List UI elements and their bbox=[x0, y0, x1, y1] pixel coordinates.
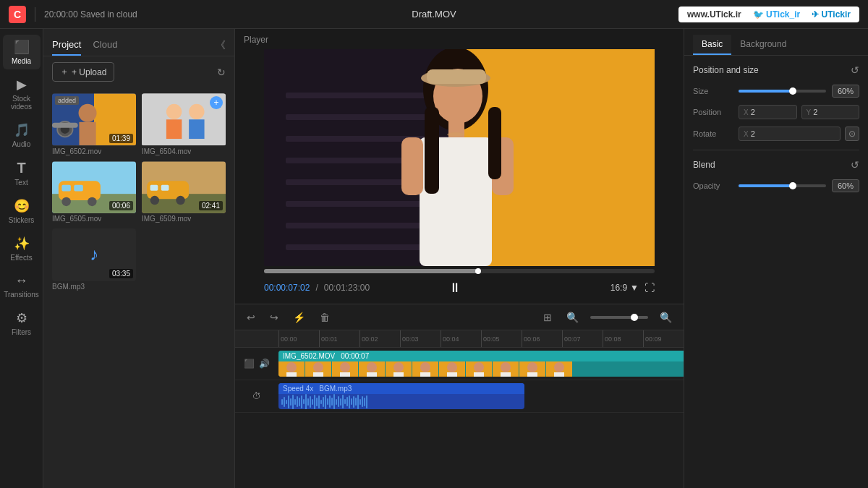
media-item-4[interactable]: 02:41 bbox=[142, 161, 226, 214]
sidebar-item-effects[interactable]: ✨ Effects bbox=[3, 231, 41, 266]
tab-project[interactable]: Project bbox=[52, 35, 81, 56]
waveform-bar bbox=[357, 395, 359, 409]
player-controls: 00:00:07:02 / 00:01:23:00 ⏸ 16:9 ▼ ⛶ bbox=[264, 278, 655, 298]
svg-rect-63 bbox=[393, 372, 404, 377]
zoom-in-button[interactable]: 🔍 bbox=[657, 309, 675, 326]
collapse-panel-btn[interactable]: 《 bbox=[216, 39, 226, 52]
main-area: ⬛ Media ▶ Stock videos 🎵 Audio T Text 😊 … bbox=[0, 29, 868, 488]
split-button[interactable]: ⚡ bbox=[290, 309, 308, 326]
position-y-label: Y bbox=[807, 108, 812, 116]
redo-button[interactable]: ↪ bbox=[267, 309, 281, 326]
position-y-input[interactable]: Y 2 bbox=[801, 105, 860, 119]
rotate-x-input[interactable]: X 2 bbox=[739, 127, 841, 141]
size-slider[interactable] bbox=[739, 90, 826, 93]
svg-rect-81 bbox=[554, 372, 564, 377]
stock-icon: ▶ bbox=[17, 77, 27, 93]
waveform-bar bbox=[316, 398, 318, 406]
ruler-mark-0: 00:00 bbox=[278, 330, 319, 348]
waveform-bar bbox=[310, 396, 311, 408]
sidebar-item-stickers[interactable]: 😊 Stickers bbox=[3, 194, 41, 228]
scrubber-thumb[interactable] bbox=[475, 268, 481, 274]
ruler-mark-4: 00:04 bbox=[441, 330, 481, 348]
app-logo: C bbox=[9, 6, 26, 23]
zoom-out-button[interactable]: 🔍 bbox=[563, 309, 582, 326]
svg-rect-3 bbox=[79, 122, 95, 145]
size-value[interactable]: 60% bbox=[832, 85, 859, 98]
size-row: Size 60% bbox=[693, 85, 859, 98]
delete-button[interactable]: 🗑 bbox=[317, 309, 333, 326]
play-pause-button[interactable]: ⏸ bbox=[445, 278, 465, 298]
sidebar-item-text[interactable]: T Text bbox=[3, 155, 41, 191]
fullscreen-button[interactable]: ⛶ bbox=[644, 282, 655, 294]
blend-section-header: Blend ↺ bbox=[693, 159, 859, 171]
media-duration-1: 01:39 bbox=[109, 134, 133, 143]
sidebar-item-stock[interactable]: ▶ Stock videos bbox=[3, 72, 41, 115]
zoom-thumb[interactable] bbox=[631, 314, 638, 321]
media-add-btn-2[interactable]: + bbox=[210, 96, 223, 109]
waveform-bar bbox=[299, 398, 300, 406]
sidebar-item-filters[interactable]: ⚙ Filters bbox=[3, 306, 41, 341]
player-area: Player bbox=[235, 29, 684, 304]
waveform-bar bbox=[301, 395, 302, 408]
watermark-site: www.UTick.ir bbox=[687, 9, 741, 20]
video-track-preview-btn[interactable]: ⬛ bbox=[244, 359, 255, 369]
opacity-slider-thumb[interactable] bbox=[789, 182, 796, 189]
rotate-compass-btn[interactable]: ⊙ bbox=[845, 127, 859, 141]
waveform-bar bbox=[303, 399, 305, 404]
waveform-bar bbox=[353, 396, 354, 408]
svg-point-59 bbox=[367, 362, 377, 372]
waveform-bar bbox=[342, 395, 344, 408]
audio-track-controls: ⏱ bbox=[235, 391, 278, 401]
player-current-time: 00:00:07:02 bbox=[264, 283, 310, 293]
audio-track-speed-btn[interactable]: ⏱ bbox=[252, 391, 261, 401]
zoom-slider[interactable] bbox=[590, 316, 648, 319]
upload-label: + Upload bbox=[72, 67, 106, 77]
clip-thumb-6 bbox=[439, 361, 465, 377]
tab-background[interactable]: Background bbox=[731, 35, 795, 55]
audio-name: BGM.mp3 bbox=[52, 283, 136, 291]
waveform-bar bbox=[364, 398, 365, 406]
add-track-icon[interactable]: ⊞ bbox=[540, 309, 555, 326]
blend-reset-btn[interactable]: ↺ bbox=[851, 159, 859, 171]
transitions-icon: ↔ bbox=[15, 273, 28, 288]
sidebar-item-media[interactable]: ⬛ Media bbox=[3, 35, 41, 69]
timeline-ruler: 00:00 00:01 00:02 00:03 00:04 00:05 00:0… bbox=[235, 330, 684, 348]
project-title: Draft.MOV bbox=[412, 9, 456, 20]
upload-button[interactable]: ＋ + Upload bbox=[52, 62, 114, 82]
watermark-telegram: ✈ UTickir bbox=[812, 9, 851, 20]
panel-tabs: Project Cloud 《 bbox=[43, 29, 234, 56]
tab-cloud[interactable]: Cloud bbox=[93, 35, 117, 56]
waveform-bar bbox=[329, 395, 331, 408]
media-item-2[interactable]: + bbox=[142, 93, 226, 146]
opacity-slider[interactable] bbox=[739, 184, 826, 187]
clip-thumb-1 bbox=[305, 361, 331, 377]
waveform-bar bbox=[355, 398, 357, 406]
tab-basic[interactable]: Basic bbox=[693, 35, 731, 55]
waveform-bar bbox=[318, 395, 320, 408]
player-total-time: 00:01:23:00 bbox=[324, 283, 370, 293]
player-scrubber[interactable] bbox=[264, 269, 655, 273]
refresh-button[interactable]: ↻ bbox=[217, 67, 226, 78]
video-track-audio-btn[interactable]: 🔊 bbox=[259, 359, 270, 369]
audio-clip[interactable]: Speed 4x BGM.mp3 bbox=[278, 383, 524, 409]
svg-point-80 bbox=[554, 362, 564, 372]
watermark-twitter: 🐦 UTick_ir bbox=[753, 9, 800, 20]
aspect-ratio-selector[interactable]: 16:9 ▼ bbox=[610, 283, 639, 293]
undo-button[interactable]: ↩ bbox=[244, 309, 258, 326]
media-item-3[interactable]: 00:06 bbox=[52, 161, 136, 214]
video-clip[interactable]: IMG_6502.MOV 00:00:07 bbox=[278, 351, 684, 377]
svg-rect-69 bbox=[447, 372, 457, 377]
video-track-content: IMG_6502.MOV 00:00:07 bbox=[278, 348, 684, 380]
audio-clip-header: Speed 4x BGM.mp3 bbox=[278, 383, 524, 394]
svg-rect-16 bbox=[61, 184, 70, 191]
size-slider-thumb[interactable] bbox=[789, 87, 796, 95]
position-x-input[interactable]: X 2 bbox=[739, 105, 797, 119]
sidebar-item-transitions[interactable]: ↔ Transitions bbox=[3, 269, 41, 303]
ruler-mark-8: 00:08 bbox=[603, 330, 643, 348]
left-sidebar: ⬛ Media ▶ Stock videos 🎵 Audio T Text 😊 … bbox=[0, 29, 43, 488]
media-item-1[interactable]: added 01:39 bbox=[52, 93, 136, 146]
opacity-value[interactable]: 60% bbox=[832, 179, 859, 192]
position-size-reset-btn[interactable]: ↺ bbox=[851, 64, 859, 76]
audio-thumb[interactable]: ♪ 03:35 bbox=[52, 228, 136, 281]
sidebar-item-audio[interactable]: 🎵 Audio bbox=[3, 118, 41, 153]
